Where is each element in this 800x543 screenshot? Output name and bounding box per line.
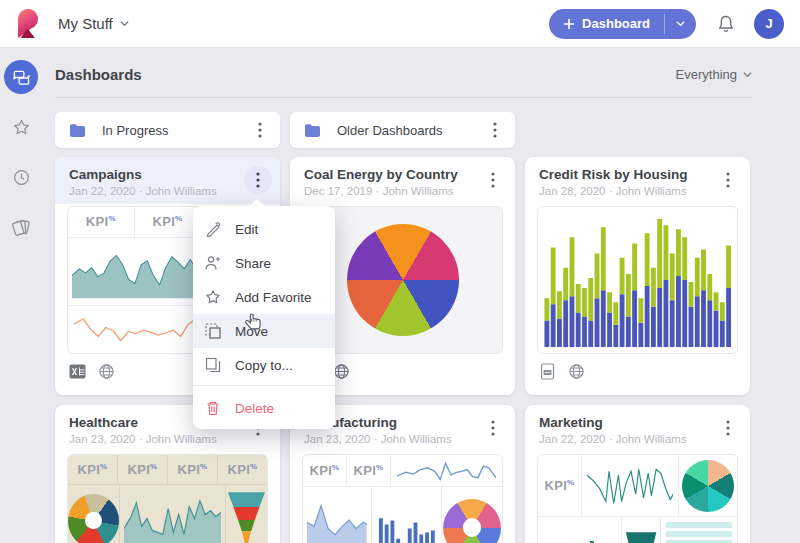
menu-item-share[interactable]: Share [193, 246, 335, 280]
new-dashboard-label: Dashboard [582, 16, 650, 31]
notifications-bell-icon[interactable] [716, 14, 736, 34]
new-dashboard-dropdown-button[interactable] [665, 9, 696, 39]
card-title: Coal Energy by Country [304, 166, 458, 183]
star-icon [205, 289, 221, 305]
stacked-bar-chart-preview [544, 213, 731, 347]
folder-label: In Progress [102, 123, 168, 138]
star-icon [12, 118, 31, 137]
kebab-icon [491, 420, 495, 436]
dashboard-card-credit-risk[interactable]: Credit Risk by Housing Jan 28, 2020 · Jo… [525, 157, 750, 395]
kebab-icon [726, 172, 730, 188]
folder-menu-button[interactable] [246, 116, 274, 144]
card-meta: Jan 23, 2020 · John Williams [304, 433, 452, 445]
card-menu-button[interactable] [244, 166, 272, 194]
funnel-chart-preview [622, 527, 660, 543]
card-sources [525, 354, 750, 389]
line-chart-preview [587, 460, 673, 511]
table-preview [666, 522, 732, 543]
card-menu-button[interactable] [714, 166, 742, 194]
folder-icon [69, 123, 86, 138]
sidebar-item-reports[interactable] [4, 210, 38, 244]
donut-chart-preview [443, 499, 501, 543]
new-dashboard-button[interactable]: Dashboard [549, 9, 664, 39]
card-title: Credit Risk by Housing [539, 166, 688, 183]
web-source-globe-icon [333, 363, 350, 380]
trash-icon [205, 400, 221, 416]
user-avatar[interactable]: J [754, 9, 784, 39]
kebab-icon [256, 172, 260, 188]
move-icon [205, 323, 221, 339]
top-bar: My Stuff Dashboard J [0, 0, 800, 48]
area-chart-preview [72, 242, 195, 301]
card-title: Campaigns [69, 166, 217, 183]
area-chart-preview [307, 491, 367, 543]
menu-label: Copy to... [235, 358, 293, 373]
area-chart-preview [124, 489, 221, 543]
kebab-icon [493, 122, 497, 138]
line-chart-preview [397, 458, 496, 483]
donut-chart-preview [68, 494, 119, 543]
app-logo-icon[interactable] [14, 8, 40, 40]
funnel-chart-preview [226, 488, 267, 543]
menu-item-copy-to[interactable]: Copy to... [193, 348, 335, 382]
pie-chart-preview [682, 460, 734, 512]
workspace-switcher[interactable]: My Stuff [58, 15, 129, 32]
sidebar-item-dashboards[interactable] [4, 60, 38, 94]
menu-item-delete[interactable]: Delete [193, 389, 335, 427]
bar-chart-preview [544, 523, 615, 543]
sidebar-item-recent[interactable] [4, 160, 38, 194]
folder-in-progress[interactable]: In Progress [55, 112, 280, 148]
hand-cursor [243, 311, 265, 333]
filter-dropdown[interactable]: Everything [676, 67, 752, 82]
menu-label: Delete [235, 401, 274, 416]
menu-divider [193, 385, 335, 386]
folder-label: Older Dashboards [337, 123, 443, 138]
card-menu-button[interactable] [479, 414, 507, 442]
sidebar-item-favorites[interactable] [4, 110, 38, 144]
workspace-label: My Stuff [58, 15, 113, 32]
topbar-actions: Dashboard J [549, 9, 800, 39]
sidebar [0, 48, 42, 543]
card-meta: Jan 22, 2020 · John Williams [539, 433, 687, 445]
menu-label: Add Favorite [235, 290, 312, 305]
folder-older-dashboards[interactable]: Older Dashboards [290, 112, 515, 148]
card-thumbnail [537, 206, 738, 354]
reports-icon [12, 218, 31, 237]
kebab-icon [726, 420, 730, 436]
menu-label: Share [235, 256, 271, 271]
folder-menu-button[interactable] [481, 116, 509, 144]
header-divider [55, 97, 752, 98]
chevron-down-icon [676, 19, 685, 28]
page-title: Dashboards [55, 66, 142, 83]
share-person-icon [205, 255, 221, 271]
card-thumbnail: KPI% KPI% [302, 454, 503, 543]
folder-row: In Progress Older Dashboards [55, 112, 752, 148]
card-thumbnail: KPI% KPI% KPI% KPI% [67, 454, 268, 543]
plus-icon [563, 18, 575, 30]
chevron-down-icon [120, 19, 129, 28]
dashboards-icon [12, 68, 31, 87]
card-menu-button[interactable] [479, 166, 507, 194]
web-source-globe-icon [98, 363, 115, 380]
clock-icon [12, 168, 31, 187]
card-menu-button[interactable] [714, 414, 742, 442]
chevron-down-icon [743, 70, 752, 79]
filter-label: Everything [676, 67, 737, 82]
bar-chart-preview [377, 492, 437, 543]
new-dashboard-split-button: Dashboard [549, 9, 696, 39]
edit-pencil-icon [205, 221, 221, 237]
card-meta: Jan 22, 2020 · John Williams [69, 185, 217, 197]
menu-item-edit[interactable]: Edit [193, 212, 335, 246]
copy-icon [205, 357, 221, 373]
csv-source-icon [539, 363, 556, 380]
avatar-initial: J [765, 16, 772, 31]
kebab-icon [258, 122, 262, 138]
menu-item-add-favorite[interactable]: Add Favorite [193, 280, 335, 314]
dashboard-grid: Campaigns Jan 22, 2020 · John Williams K… [55, 157, 752, 543]
card-thumbnail: KPI% [537, 454, 738, 543]
web-source-globe-icon [568, 363, 585, 380]
dashboard-card-marketing[interactable]: Marketing Jan 22, 2020 · John Williams K… [525, 405, 750, 543]
menu-label: Edit [235, 222, 258, 237]
card-title: Marketing [539, 414, 687, 431]
kebab-icon [491, 172, 495, 188]
